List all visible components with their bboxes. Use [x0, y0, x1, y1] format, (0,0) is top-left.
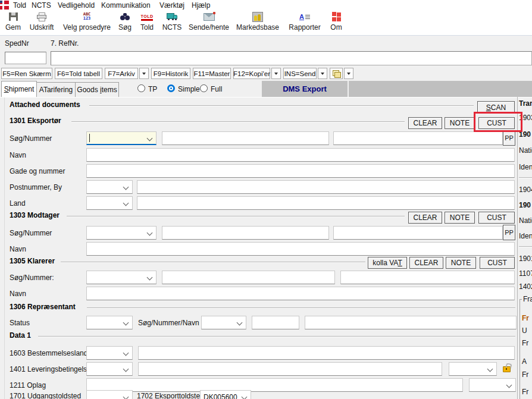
fkey-f6-button[interactable]: F6=Told tabell — [55, 68, 102, 79]
note-button-1305[interactable]: NOTE — [446, 257, 476, 269]
udgangstoldsted-combo[interactable] — [86, 390, 133, 399]
section-divider — [38, 336, 515, 337]
section-data1-title: Data 1 — [10, 331, 31, 340]
section-1306-title: 1306 Repræsentant — [10, 303, 76, 311]
oplag-label: 1211 Oplag — [10, 381, 46, 389]
sog-nummer-combo-1301[interactable] — [86, 131, 157, 145]
status-combo-1306[interactable] — [86, 316, 133, 329]
leveringsbetingelser-combo2[interactable] — [449, 362, 497, 376]
spednr-input[interactable] — [5, 52, 46, 64]
repraesentant-field2-1306[interactable] — [305, 316, 517, 329]
note-button-1303[interactable]: NOTE — [445, 212, 475, 224]
toolbar-button-ncts[interactable]: NCTS — [159, 11, 184, 32]
right-panel-label: U — [522, 326, 527, 335]
leveringsbetingelser-combo[interactable] — [86, 362, 133, 376]
menu-item-hjaelp[interactable]: Hjælp — [192, 1, 210, 10]
bestemmelsesland-field[interactable] — [138, 346, 515, 360]
radio-simple-label: Simple — [178, 85, 200, 93]
navn-field-1301[interactable] — [86, 148, 515, 162]
radio-full[interactable] — [200, 84, 208, 92]
tab-goods-items[interactable]: Goods items — [75, 82, 119, 97]
toolbar-button-told[interactable]: TOLD Told — [136, 11, 158, 32]
cust-button-1303[interactable]: CUST — [478, 212, 515, 224]
f7-dropdown-arrow-button[interactable] — [139, 68, 149, 79]
fkey-f12-button[interactable]: F12=Kopi'er — [233, 68, 270, 79]
tab-shipment[interactable]: Shipment — [1, 81, 37, 97]
pp-button-1303[interactable]: PP — [503, 225, 515, 240]
oplag-field[interactable] — [86, 378, 463, 392]
repraesentant-field1-1306[interactable] — [252, 316, 299, 329]
land-combo-1301[interactable] — [86, 196, 133, 210]
sog-nummer-field2-1305[interactable] — [340, 271, 515, 284]
sog-nummer-combo-1303[interactable] — [86, 226, 157, 240]
sog-nummer-field1-1305[interactable] — [162, 271, 335, 284]
leveringsbetingelser-label: 1401 Leveringsbetingelser — [10, 365, 93, 373]
navn-field-1303[interactable] — [86, 242, 515, 256]
ins-dropdown-arrow-button[interactable] — [318, 68, 327, 79]
section-divider — [87, 307, 515, 308]
printer-icon — [37, 12, 46, 21]
fkey-f5-button[interactable]: F5=Ren Skærm — [1, 68, 52, 79]
toolbar-button-gem[interactable]: Gem — [1, 11, 25, 32]
menu-item-kommunikation[interactable]: Kommunikation — [101, 1, 151, 10]
right-panel-label: Fr — [522, 339, 528, 347]
toolbar-button-markedsbase[interactable]: Markedsbase — [234, 11, 281, 32]
sog-nummer-field1-1301[interactable] — [162, 131, 329, 145]
fkey-f9-button[interactable]: F9=Historik — [151, 68, 190, 79]
right-panel-label: 1402 — [519, 282, 532, 291]
menu-item-ncts[interactable]: NCTS — [32, 1, 51, 10]
sog-nummer-field2-1301[interactable] — [333, 131, 503, 145]
told-text-icon: TOLD — [141, 14, 154, 20]
menu-item-told[interactable]: Told — [13, 1, 26, 10]
toolbar-button-sende-hente[interactable]: Sende/hente — [186, 11, 232, 32]
sog-nummer-field2-1303[interactable] — [333, 226, 503, 240]
radio-tp[interactable] — [137, 84, 145, 92]
clear-button-1305[interactable]: CLEAR — [409, 257, 443, 269]
toolbar-button-om[interactable]: Om — [326, 11, 346, 32]
tab-atarifering[interactable]: ATarifering — [36, 82, 76, 97]
fkey-f11-button[interactable]: F11=Master — [193, 68, 231, 79]
udgangstoldsted-label: 1701 Udgangstoldsted — [10, 392, 81, 399]
copy-sheets-button[interactable] — [330, 68, 343, 79]
navn-label-1305: Navn — [10, 290, 26, 298]
pp-button-1301[interactable]: PP — [503, 130, 515, 146]
sog-nummer-field1-1303[interactable] — [162, 226, 329, 240]
f12-dropdown-arrow-button[interactable] — [271, 68, 281, 79]
clear-button-1303[interactable]: CLEAR — [408, 212, 442, 224]
postnummer-label-1301: Postnummer, By — [10, 183, 62, 191]
right-panel-label: Tran — [519, 99, 532, 108]
copy-dropdown-arrow-button[interactable] — [344, 68, 353, 79]
right-panel-label: 1107 — [519, 269, 532, 278]
red-squares-icon — [332, 12, 341, 21]
eksporttoldsted-combo[interactable]: DK005600 — [200, 390, 251, 399]
oplag-combo[interactable] — [469, 378, 516, 392]
right-panel-label: Fr — [522, 370, 528, 379]
navn-field-1305[interactable] — [86, 287, 515, 300]
sog-nummer-combo-1305[interactable] — [86, 271, 157, 284]
toolbar-button-rapporter[interactable]: A Rapporter — [286, 11, 324, 32]
bestemmelsesland-combo[interactable] — [86, 346, 133, 360]
clear-button-1301[interactable]: CLEAR — [408, 117, 442, 129]
toolbar-button-sog[interactable]: Søg — [115, 11, 134, 32]
cust-button-1305[interactable]: CUST — [480, 257, 515, 269]
land-field-1301[interactable] — [137, 196, 515, 210]
chevron-down-icon — [123, 320, 129, 326]
leveringsbetingelser-field[interactable] — [138, 362, 442, 376]
ins-send-button[interactable]: INS=Send — [283, 68, 317, 79]
gade-label-1301: Gade og nummer — [10, 167, 65, 175]
radio-simple[interactable] — [167, 84, 175, 92]
panel-left-edge — [4, 98, 5, 399]
menu-item-vaerktoj[interactable]: Værktøj — [159, 1, 184, 10]
fkey-f7-button[interactable]: F7=Arkiv — [105, 68, 138, 79]
gade-field-1301[interactable] — [86, 164, 515, 178]
annotation-highlight-box — [474, 112, 522, 132]
menu-item-vedligehold[interactable]: Vedligehold — [58, 1, 95, 10]
sog-nummer-navn-combo-1306[interactable] — [201, 316, 246, 329]
by-field-1301[interactable] — [137, 180, 515, 194]
postnummer-combo-1301[interactable] — [86, 180, 133, 194]
toolbar-button-velg-prosedyre[interactable]: ABC123 Velg prosedyre — [60, 11, 114, 32]
note-button-1301[interactable]: NOTE — [445, 117, 475, 129]
refnr-input[interactable] — [51, 51, 532, 65]
kolla-vat-button[interactable]: kolla VAT — [368, 257, 407, 269]
toolbar-button-udskrift[interactable]: Udskrift — [25, 11, 58, 32]
